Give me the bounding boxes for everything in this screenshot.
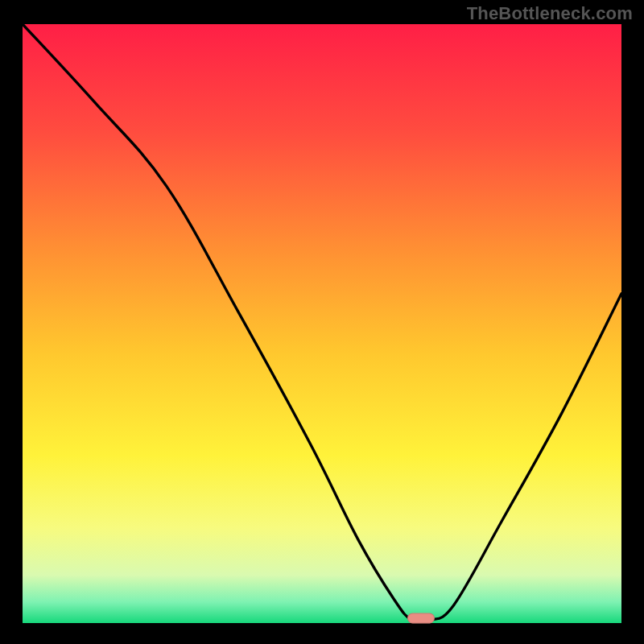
watermark-text: TheBottleneck.com	[467, 3, 633, 24]
optimal-marker	[407, 613, 435, 624]
chart-frame: TheBottleneck.com	[0, 0, 644, 644]
plot-area	[23, 24, 621, 621]
curve-line	[23, 24, 621, 623]
